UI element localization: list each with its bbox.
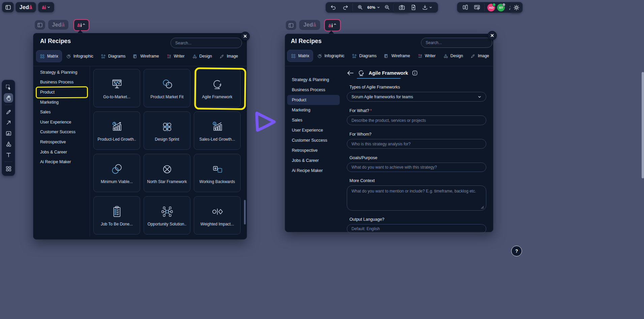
for-what-input[interactable]	[347, 116, 486, 125]
tab-design[interactable]: Design	[189, 50, 215, 62]
mini-ai-button[interactable]: āi	[73, 19, 89, 31]
mini-ai-button[interactable]: āi	[324, 19, 341, 31]
for-what-field[interactable]	[347, 115, 486, 125]
category-business-process[interactable]: Business Process	[33, 77, 89, 87]
category-product-selected[interactable]: Product	[287, 95, 340, 105]
recipe-card-agile-framework[interactable]: Agile Framework	[194, 69, 241, 107]
recipes-search[interactable]	[171, 38, 242, 48]
tab-design[interactable]: Design	[440, 50, 466, 62]
ai-menu-button[interactable]: āi	[38, 2, 54, 12]
download-dropdown[interactable]	[419, 2, 435, 12]
tab-infographic[interactable]: Infographic	[314, 50, 348, 62]
recipe-card-design-sprint[interactable]: Design Sprint	[144, 111, 190, 150]
context-field[interactable]	[347, 185, 486, 211]
category-marketing[interactable]: Marketing	[33, 97, 89, 107]
recipe-card-grid: Go-to-Market... Product Market Fit Agile…	[93, 69, 241, 235]
category-customer-success[interactable]: Customer Success	[285, 135, 342, 145]
category-retrospective[interactable]: Retrospective	[285, 145, 342, 155]
language-field[interactable]	[347, 224, 486, 234]
import-file-button[interactable]	[408, 2, 419, 12]
tool-arrow[interactable]	[4, 118, 13, 127]
category-ai-recipe-maker[interactable]: Ai Recipe Maker	[33, 157, 89, 167]
recipe-card-weighted-impact[interactable]: Weighted Impact...	[194, 196, 241, 235]
recipe-card-working-backwards[interactable]: Working Backwards	[194, 154, 241, 192]
close-button[interactable]	[488, 31, 497, 40]
tool-frame[interactable]	[4, 129, 13, 138]
category-strategy-planning[interactable]: Strategy & Planning	[33, 67, 89, 77]
recipe-card-product-led-growth[interactable]: Product-Led Growth..	[93, 111, 140, 150]
recipe-card-north-star[interactable]: North Star Framework	[144, 154, 190, 192]
category-user-experience[interactable]: User Experience	[285, 125, 342, 135]
goals-input[interactable]	[347, 163, 486, 172]
tab-image[interactable]: Image	[216, 50, 241, 62]
search-input[interactable]	[421, 38, 501, 47]
tab-wireframe[interactable]: Wireframe	[380, 50, 413, 62]
category-sales[interactable]: Sales	[33, 107, 89, 117]
types-select[interactable]: Scrum Agile frameworks for teams	[347, 92, 486, 102]
tab-matrix[interactable]: Matrix	[287, 50, 313, 62]
recipe-card-job-to-be-done[interactable]: Job To Be Done...	[93, 196, 140, 235]
undo-button[interactable]	[328, 2, 339, 12]
recipe-card-product-market-fit[interactable]: Product Market Fit	[144, 69, 190, 107]
close-button[interactable]	[241, 32, 250, 41]
tabs-divider	[33, 66, 247, 66]
tab-matrix[interactable]: Matrix	[36, 50, 62, 62]
tab-image[interactable]: Image	[467, 50, 492, 62]
category-strategy-planning[interactable]: Strategy & Planning	[285, 75, 342, 85]
back-button[interactable]	[347, 70, 354, 76]
search-input[interactable]	[171, 38, 250, 48]
for-whom-input[interactable]	[347, 139, 486, 148]
recipes-search[interactable]	[421, 38, 492, 48]
zoom-in-button[interactable]	[355, 2, 366, 12]
tool-shapes[interactable]	[4, 139, 13, 149]
recipe-card-minimum-viable[interactable]: Minimum Viable...	[93, 154, 140, 192]
info-button[interactable]	[412, 70, 418, 76]
category-jobs-career[interactable]: Jobs & Career	[285, 155, 342, 166]
avatar[interactable]: AO	[487, 3, 495, 12]
goals-field[interactable]	[347, 163, 486, 172]
zoom-out-button[interactable]	[381, 2, 393, 12]
tab-wireframe[interactable]: Wireframe	[129, 50, 162, 62]
category-sales[interactable]: Sales	[285, 115, 342, 125]
category-ai-recipe-maker[interactable]: Ai Recipe Maker	[285, 166, 342, 176]
help-button[interactable]: ?	[511, 246, 522, 256]
recipe-card-go-to-market[interactable]: Go-to-Market...	[93, 69, 140, 107]
sidebar-toggle-button[interactable]	[2, 2, 14, 12]
category-customer-success[interactable]: Customer Success	[33, 127, 89, 137]
category-business-process[interactable]: Business Process	[285, 85, 342, 95]
redo-button[interactable]	[339, 2, 351, 12]
logo-button[interactable]: Jedā	[16, 2, 36, 12]
category-retrospective[interactable]: Retrospective	[33, 137, 89, 147]
board-layout-button[interactable]	[460, 2, 471, 12]
avatar[interactable]: ST	[497, 3, 505, 12]
context-textarea[interactable]	[347, 186, 486, 210]
for-whom-field[interactable]	[347, 139, 486, 149]
tab-diagrams[interactable]: Diagrams	[97, 50, 129, 62]
tab-infographic[interactable]: Infographic	[63, 50, 97, 62]
resize-handle[interactable]	[481, 206, 484, 209]
screenshot-button[interactable]	[396, 2, 408, 12]
page-scrollbar[interactable]	[642, 72, 644, 178]
presentation-button[interactable]	[471, 2, 483, 12]
category-jobs-career[interactable]: Jobs & Career	[33, 147, 89, 157]
dialog-scrollbar[interactable]	[244, 200, 246, 224]
tab-diagrams[interactable]: Diagrams	[348, 50, 380, 62]
tab-writer[interactable]: Writer	[163, 50, 188, 62]
recipe-card-sales-led-growth[interactable]: Sales-Led Growth...	[194, 111, 241, 150]
toolbar-divider	[352, 4, 353, 11]
language-input[interactable]	[347, 224, 486, 233]
category-product[interactable]: Product	[33, 87, 89, 97]
tool-hand[interactable]	[4, 93, 13, 103]
category-label: Product	[40, 90, 55, 95]
settings-button[interactable]	[510, 2, 523, 13]
zoom-level-dropdown[interactable]: 60%	[366, 2, 381, 12]
tool-pen[interactable]	[4, 107, 13, 116]
category-marketing[interactable]: Marketing	[285, 105, 342, 115]
tool-text[interactable]	[4, 150, 13, 160]
recipe-card-opportunity-solution[interactable]: Opportunity Solution..	[144, 196, 190, 235]
category-user-experience[interactable]: User Experience	[33, 117, 89, 127]
tab-writer[interactable]: Writer	[414, 50, 439, 62]
tool-templates[interactable]	[4, 164, 13, 173]
undo-icon	[330, 4, 337, 11]
tool-select[interactable]	[4, 82, 13, 92]
